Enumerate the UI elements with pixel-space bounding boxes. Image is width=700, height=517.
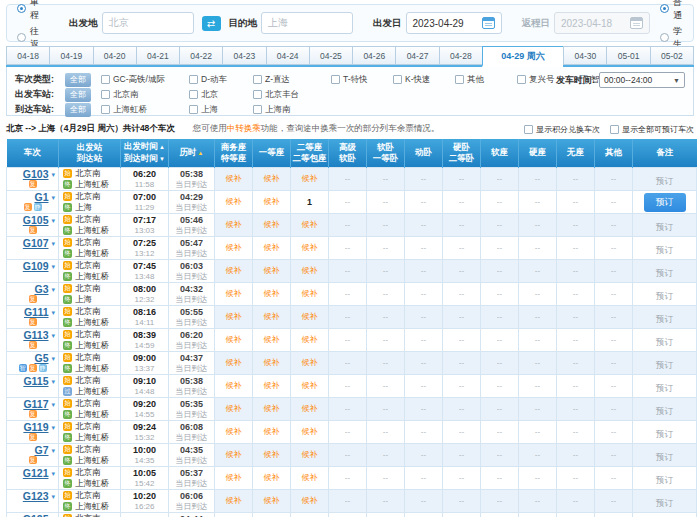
seat-cell[interactable]: 候补 [215,282,253,305]
train-number-link[interactable]: G1 [34,192,48,203]
seat-cell[interactable]: 候补 [291,213,329,236]
filter-option[interactable]: 上海 [189,104,253,116]
expand-caret-icon[interactable]: ▾ [51,468,55,479]
train-number-link[interactable]: G111 [24,307,49,318]
train-number-link[interactable]: G7 [34,445,48,456]
checkbox-icon[interactable] [610,125,619,134]
seat-cell[interactable]: 候补 [253,397,291,420]
seat-cell[interactable]: 候补 [253,213,291,236]
seat-cell[interactable]: 候补 [291,328,329,351]
train-number-link[interactable]: G109 [23,261,49,272]
checkbox-icon[interactable] [253,75,262,84]
filter-option[interactable]: K-快速 [393,74,455,86]
seat-cell[interactable]: 候补 [291,489,329,512]
transfer-link[interactable]: 中转换乘 [227,123,261,133]
sort-arrow-icon[interactable]: ▲ [198,150,204,156]
date-tab-04-30[interactable]: 04-30 [563,46,606,65]
seat-cell[interactable]: 候补 [253,466,291,489]
seat-cell[interactable]: 候补 [253,282,291,305]
seat-cell[interactable]: 候补 [215,351,253,374]
col-header[interactable]: 历时▲ [169,139,215,167]
checkbox-icon[interactable] [189,105,198,114]
expand-caret-icon[interactable]: ▾ [51,215,55,226]
seat-cell[interactable]: 候补 [291,512,329,517]
seat-cell[interactable]: 候补 [291,374,329,397]
seat-cell[interactable]: 候补 [291,259,329,282]
checkbox-icon[interactable] [253,90,262,99]
seat-cell[interactable]: 候补 [215,443,253,466]
seat-cell[interactable]: 候补 [215,512,253,517]
radio-icon[interactable] [17,33,26,42]
train-number-link[interactable]: G119 [23,422,48,433]
seat-cell[interactable]: 候补 [253,351,291,374]
depart-time-select[interactable]: 00:00--24:00 ▼ [599,72,685,88]
checkbox-icon[interactable] [189,90,198,99]
date-tab-04-20[interactable]: 04-20 [93,46,136,65]
col-header[interactable]: 出发时间▲到达时间▼ [121,139,169,167]
seat-cell[interactable]: 候补 [215,489,253,512]
filter-option[interactable]: T-特快 [331,74,393,86]
expand-caret-icon[interactable]: ▾ [51,330,55,341]
seat-cell[interactable]: 候补 [215,259,253,282]
train-number-link[interactable]: G117 [23,399,48,410]
all-badge[interactable]: 全部 [65,88,91,102]
show-points-trains-checkbox[interactable]: 显示积分兑换车次 [524,124,600,135]
checkbox-icon[interactable] [189,75,198,84]
date-tab-04-18[interactable]: 04-18 [6,46,49,65]
train-number-link[interactable]: G107 [23,238,49,249]
checkbox-icon[interactable] [101,90,110,99]
filter-option[interactable]: 上海南 [253,104,331,116]
seat-cell[interactable]: 候补 [253,512,291,517]
expand-caret-icon[interactable]: ▾ [51,353,55,364]
seat-cell[interactable]: 候补 [253,489,291,512]
filter-option[interactable]: 上海虹桥 [101,104,189,116]
seat-cell[interactable]: 候补 [215,213,253,236]
seat-cell[interactable]: 候补 [253,328,291,351]
filter-option[interactable]: Z-直达 [253,74,331,86]
train-number-link[interactable]: G121 [23,468,49,479]
filter-option[interactable]: D-动车 [189,74,253,86]
expand-caret-icon[interactable]: ▾ [51,169,55,180]
date-tab-04-26[interactable]: 04-26 [352,46,395,65]
expand-caret-icon[interactable]: ▾ [51,261,55,272]
train-number-link[interactable]: G123 [23,491,49,502]
seat-cell[interactable]: 候补 [215,374,253,397]
one-way-radio[interactable]: 单程 [17,0,39,22]
expand-caret-icon[interactable]: ▾ [51,192,55,203]
train-number-link[interactable]: G103 [23,169,49,180]
book-button[interactable]: 预订 [644,193,686,212]
seat-cell[interactable]: 候补 [291,236,329,259]
seat-cell[interactable]: 候补 [215,305,253,328]
seat-cell[interactable]: 候补 [291,466,329,489]
checkbox-icon[interactable] [101,105,110,114]
date-tab-04-25[interactable]: 04-25 [309,46,352,65]
seat-cell[interactable]: 候补 [291,420,329,443]
seat-cell[interactable]: 候补 [253,443,291,466]
radio-icon[interactable] [17,4,26,13]
radio-icon[interactable] [660,33,669,42]
date-tab-04-28[interactable]: 04-28 [439,46,482,65]
train-number-link[interactable]: G5 [34,353,48,364]
seat-cell[interactable]: 候补 [253,374,291,397]
date-tab-04-23[interactable]: 04-23 [222,46,265,65]
expand-caret-icon[interactable]: ▾ [51,238,55,249]
train-number-link[interactable]: G115 [23,376,48,387]
train-number-link[interactable]: G3 [34,284,48,295]
filter-option[interactable]: 北京 [189,89,253,101]
seat-cell[interactable]: 候补 [215,328,253,351]
expand-caret-icon[interactable]: ▾ [51,307,55,318]
seat-cell[interactable]: 候补 [215,466,253,489]
seat-cell[interactable]: 候补 [291,443,329,466]
date-tab-05-02[interactable]: 05-02 [650,46,694,65]
from-input[interactable]: 北京 [102,12,194,34]
calendar-icon[interactable] [482,17,495,29]
filter-option[interactable]: 其他 [455,74,517,86]
expand-caret-icon[interactable]: ▾ [51,422,55,433]
date-tab-04-27[interactable]: 04-27 [395,46,438,65]
show-all-bookable-checkbox[interactable]: 显示全部可预订车次 [610,124,694,135]
seat-cell[interactable]: 候补 [253,167,291,190]
depart-date-input[interactable]: 2023-04-29 [406,12,502,34]
seat-cell[interactable]: 候补 [215,167,253,190]
expand-caret-icon[interactable]: ▾ [51,445,55,456]
filter-option[interactable]: GC-高铁/城际 [101,74,189,86]
